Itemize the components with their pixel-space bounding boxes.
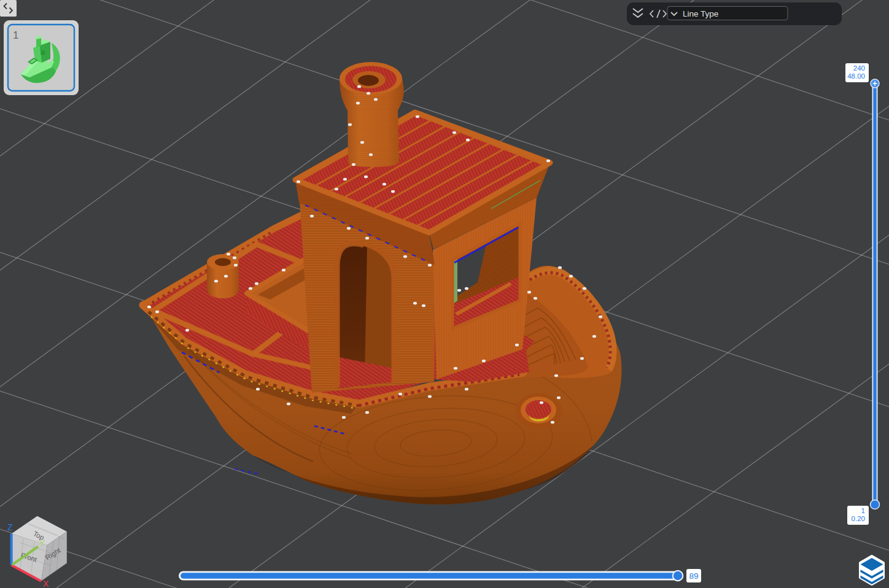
svg-text:48.00: 48.00 [847,72,865,80]
svg-text:89: 89 [689,571,698,581]
svg-text:Line Type: Line Type [683,9,718,18]
svg-text:Z: Z [7,522,13,532]
svg-text:240: 240 [853,64,865,72]
svg-text:1: 1 [861,507,865,514]
svg-text:0.20: 0.20 [852,515,865,522]
svg-text:Y: Y [39,538,45,548]
svg-text:X: X [43,579,49,588]
svg-text:1: 1 [13,29,18,41]
